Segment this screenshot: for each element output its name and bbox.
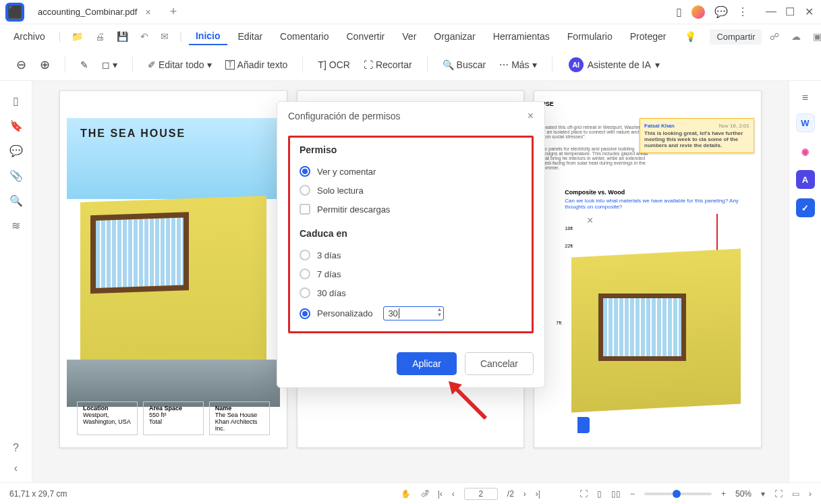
- radio-custom[interactable]: Personalizado 30 ▲▼: [300, 302, 522, 325]
- hand-tool-icon[interactable]: ✋: [401, 489, 411, 499]
- dialog-close-icon[interactable]: ×: [528, 110, 534, 122]
- bookmarks-icon[interactable]: 🔖: [9, 119, 23, 132]
- fit-width-icon[interactable]: ⛶: [579, 489, 588, 499]
- apply-button[interactable]: Aplicar: [397, 352, 457, 375]
- shape-icon[interactable]: ◻ ▾: [98, 57, 121, 73]
- radio-7-days[interactable]: 7 días: [300, 264, 522, 283]
- zoom-slider[interactable]: [644, 493, 712, 495]
- add-text-button[interactable]: 🅃 Añadir texto: [221, 57, 292, 73]
- edit-all-button[interactable]: ✐ Editar todo ▾: [144, 57, 216, 73]
- radio-icon: [300, 287, 310, 298]
- dialog-title: Configuración de permisos: [288, 111, 401, 121]
- crop-button[interactable]: ⛶ Recortar: [360, 57, 416, 73]
- tab-title: accounting_Combinar.pdf: [38, 7, 137, 17]
- first-page-icon[interactable]: |‹: [438, 489, 443, 499]
- ai-chat-icon[interactable]: ◉: [796, 142, 815, 161]
- word-export-icon[interactable]: W: [796, 113, 815, 132]
- menu-proteger[interactable]: Proteger: [623, 28, 673, 45]
- layers-icon[interactable]: ≋: [11, 219, 20, 232]
- share-dialog-close-icon[interactable]: ×: [587, 215, 593, 227]
- sticky-note[interactable]: Faisal Khan Nov 16, 2:01 This is looking…: [640, 118, 754, 153]
- zoom-out-icon[interactable]: ⊖: [12, 55, 30, 75]
- check-icon[interactable]: ✓: [796, 198, 815, 217]
- expires-label: Caduca en: [300, 228, 522, 239]
- undo-icon[interactable]: ↶: [136, 31, 152, 42]
- menu-inicio[interactable]: Inicio: [189, 28, 227, 45]
- maximize-button[interactable]: ☐: [783, 5, 797, 18]
- tab-close-icon[interactable]: ×: [145, 7, 150, 18]
- new-tab-button[interactable]: +: [165, 5, 183, 19]
- select-tool-icon[interactable]: ⮰: [420, 489, 428, 499]
- cancel-button[interactable]: Cancelar: [465, 352, 534, 375]
- menu-herramientas[interactable]: Herramientas: [486, 28, 557, 45]
- radio-view-comment[interactable]: Ver y comentar: [300, 162, 522, 181]
- toolbar: ⊖ ⊕ ✎ ◻ ▾ ✐ Editar todo ▾ 🅃 Añadir texto…: [0, 49, 821, 81]
- close-button[interactable]: ✕: [802, 5, 816, 18]
- screen-icon[interactable]: ▣: [809, 31, 821, 42]
- prev-page-icon[interactable]: ‹: [452, 489, 455, 499]
- last-page-icon[interactable]: ›|: [536, 489, 540, 499]
- menu-ver[interactable]: Ver: [395, 28, 423, 45]
- reader-icon[interactable]: ▯: [676, 5, 682, 18]
- sliders-icon[interactable]: ≡: [802, 92, 808, 104]
- permiso-label: Permiso: [300, 144, 522, 155]
- info-name: Name The Sea House Khan Architects Inc.: [209, 401, 270, 435]
- share-network-icon[interactable]: ☍: [766, 31, 783, 42]
- two-page-icon[interactable]: ▯▯: [611, 489, 621, 499]
- minimize-button[interactable]: —: [764, 5, 778, 18]
- save-icon[interactable]: 💾: [113, 31, 132, 42]
- fullscreen-icon[interactable]: ⛶: [774, 489, 783, 499]
- highlight-icon[interactable]: ✎: [76, 57, 92, 73]
- chat-icon[interactable]: 💬: [714, 5, 728, 18]
- share-button[interactable]: Compartir: [710, 29, 762, 45]
- zoom-in-icon[interactable]: ⊕: [36, 55, 54, 75]
- app-logo: ⬛: [5, 3, 24, 22]
- search-icon[interactable]: 🔍: [9, 194, 23, 207]
- menu-formulario[interactable]: Formulario: [561, 28, 619, 45]
- radio-icon: [300, 250, 310, 260]
- zoom-in-status-icon[interactable]: +: [721, 489, 726, 499]
- ai-assistant-button[interactable]: AI Asistente de IA ▾: [563, 55, 665, 75]
- mail-icon[interactable]: ✉: [157, 31, 173, 42]
- right-sidebar: ≡ W ◉ A ✓: [789, 81, 821, 482]
- thumbnails-icon[interactable]: ▯: [13, 94, 19, 107]
- cloud-icon[interactable]: ☁: [787, 31, 805, 42]
- bulb-icon[interactable]: 💡: [681, 31, 700, 42]
- radio-icon: [300, 269, 310, 279]
- collapse-left-icon[interactable]: ‹: [14, 462, 18, 474]
- radio-read-only[interactable]: Solo lectura: [300, 181, 522, 200]
- more-button[interactable]: ⋯ Más ▾: [495, 57, 540, 73]
- info-area: Area Space 550 ft² Total: [143, 401, 204, 435]
- zoom-out-status-icon[interactable]: −: [630, 489, 635, 499]
- document-tab[interactable]: accounting_Combinar.pdf ×: [30, 3, 159, 22]
- ocr-button[interactable]: T] OCR: [314, 57, 354, 73]
- radio-30-days[interactable]: 30 días: [300, 283, 522, 302]
- menu-organizar[interactable]: Organizar: [427, 28, 482, 45]
- custom-days-input[interactable]: 30 ▲▼: [383, 306, 444, 320]
- spinner-icon[interactable]: ▲▼: [436, 307, 442, 318]
- print-icon[interactable]: 🖨: [91, 31, 109, 42]
- next-page-icon[interactable]: ›: [523, 489, 526, 499]
- menu-convertir[interactable]: Convertir: [339, 28, 391, 45]
- single-page-icon[interactable]: ▯: [597, 489, 602, 499]
- account-icon[interactable]: [691, 5, 705, 19]
- translate-icon[interactable]: A: [796, 170, 815, 189]
- search-button[interactable]: 🔍 Buscar: [438, 57, 490, 73]
- radio-icon: [300, 308, 310, 319]
- page-1: THE SEA HOUSE Location Westport, Washing…: [59, 90, 287, 448]
- comments-icon[interactable]: 💬: [9, 144, 23, 157]
- file-menu[interactable]: Archivo: [7, 28, 52, 45]
- menu-editar[interactable]: Editar: [231, 28, 270, 45]
- radio-3-days[interactable]: 3 días: [300, 246, 522, 264]
- open-icon[interactable]: 📁: [67, 31, 87, 42]
- more-icon[interactable]: ⋮: [737, 5, 748, 18]
- checkbox-allow-downloads[interactable]: Permitir descargas: [300, 200, 522, 219]
- read-mode-icon[interactable]: ▭: [792, 489, 799, 499]
- page-number-input[interactable]: 2: [464, 488, 498, 500]
- menu-comentario[interactable]: Comentario: [273, 28, 335, 45]
- left-sidebar: ▯ 🔖 💬 📎 🔍 ≋ ? ‹: [0, 81, 32, 482]
- attachments-icon[interactable]: 📎: [9, 169, 23, 182]
- menu-bar: Archivo | 📁 🖨 💾 ↶ ✉ | Inicio Editar Come…: [0, 24, 821, 49]
- help-icon[interactable]: ?: [13, 442, 19, 454]
- collapse-right-icon[interactable]: ›: [809, 489, 812, 499]
